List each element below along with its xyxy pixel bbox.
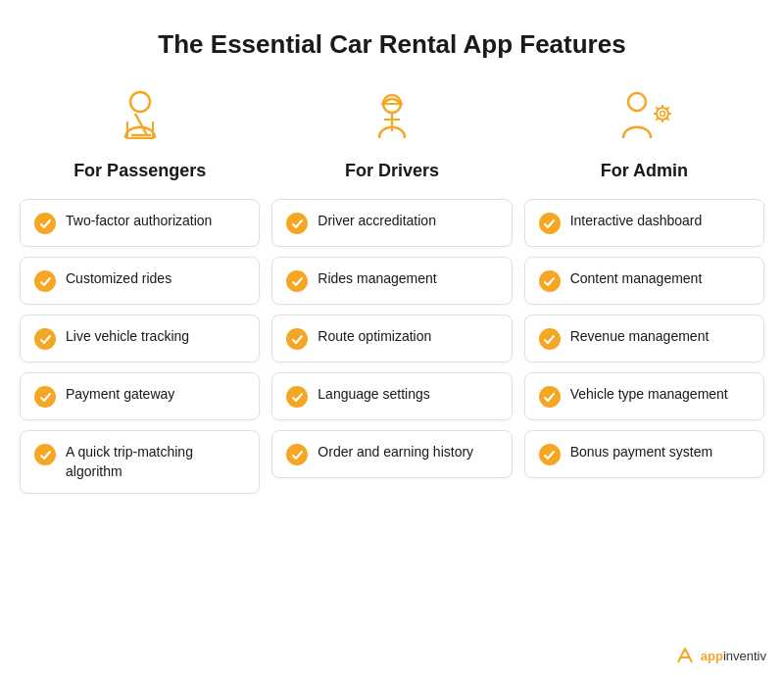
svg-point-9	[628, 93, 646, 111]
column-admin: For Admin Interactive dashboard Content …	[524, 84, 764, 504]
column-drivers: For Drivers Driver accreditation Rides m…	[271, 84, 512, 504]
feature-text: Two-factor authorization	[66, 212, 212, 231]
appinventiv-logo-icon	[674, 645, 696, 666]
feature-card: Driver accreditation	[271, 199, 512, 247]
check-icon	[539, 328, 561, 350]
feature-text: Bonus payment system	[570, 443, 713, 462]
column-title-admin: For Admin	[601, 161, 688, 181]
feature-card: Language settings	[271, 372, 512, 420]
feature-text: Revenue management	[570, 327, 710, 347]
feature-text: Route optimization	[318, 327, 431, 347]
svg-line-1	[135, 114, 147, 135]
admin-icon	[610, 84, 678, 153]
page: The Essential Car Rental App Features	[0, 0, 784, 678]
check-icon	[34, 213, 56, 234]
check-icon	[286, 386, 308, 408]
feature-text: Language settings	[318, 385, 429, 405]
feature-text: Driver accreditation	[318, 212, 436, 231]
check-icon	[286, 213, 308, 234]
feature-text: Live vehicle tracking	[66, 327, 189, 347]
feature-card: Payment gateway	[20, 372, 260, 420]
columns-container: For Passengers Two-factor authorization …	[20, 84, 764, 504]
feature-text: Vehicle type management	[570, 385, 728, 405]
feature-card: Bonus payment system	[524, 430, 764, 478]
feature-text: A quick trip-matching algorithm	[66, 443, 245, 481]
feature-text: Content management	[570, 269, 703, 289]
svg-point-7	[390, 116, 393, 119]
page-title: The Essential Car Rental App Features	[20, 29, 764, 60]
feature-card: Interactive dashboard	[524, 199, 764, 247]
feature-card: Rides management	[271, 257, 512, 305]
check-icon	[34, 328, 56, 350]
check-icon	[286, 328, 308, 350]
check-icon	[286, 444, 308, 465]
passenger-icon	[106, 84, 174, 153]
check-icon	[539, 444, 561, 465]
column-header-admin: For Admin	[524, 84, 764, 181]
check-icon	[34, 444, 56, 465]
column-passengers: For Passengers Two-factor authorization …	[20, 84, 260, 504]
svg-point-10	[657, 108, 668, 120]
feature-card: Order and earning history	[271, 430, 512, 478]
svg-point-11	[661, 112, 665, 117]
column-title-drivers: For Drivers	[345, 161, 439, 181]
column-title-passengers: For Passengers	[74, 161, 206, 181]
feature-text: Order and earning history	[318, 443, 473, 462]
feature-card: Two-factor authorization	[20, 199, 260, 247]
logo-area: appinventiv	[674, 645, 766, 666]
feature-card: Revenue management	[524, 315, 764, 363]
svg-line-19	[657, 119, 659, 121]
svg-line-18	[667, 107, 669, 109]
feature-card: Route optimization	[271, 315, 512, 363]
driver-icon	[358, 84, 426, 153]
check-icon	[539, 270, 561, 292]
check-icon	[34, 386, 56, 408]
svg-line-17	[667, 119, 669, 121]
svg-line-16	[657, 107, 659, 109]
logo-text: appinventiv	[701, 649, 766, 663]
feature-card: A quick trip-matching algorithm	[20, 430, 260, 494]
svg-point-8	[390, 122, 393, 125]
feature-text: Rides management	[318, 269, 436, 289]
check-icon	[286, 270, 308, 292]
feature-text: Interactive dashboard	[570, 212, 703, 231]
column-header-passengers: For Passengers	[20, 84, 260, 181]
feature-text: Payment gateway	[66, 385, 174, 405]
feature-text: Customized rides	[66, 269, 172, 289]
feature-card: Live vehicle tracking	[20, 315, 260, 363]
svg-point-0	[130, 92, 150, 112]
check-icon	[539, 386, 561, 408]
feature-card: Content management	[524, 257, 764, 305]
feature-card: Vehicle type management	[524, 372, 764, 420]
check-icon	[539, 213, 561, 234]
feature-card: Customized rides	[20, 257, 260, 305]
column-header-drivers: For Drivers	[271, 84, 512, 181]
check-icon	[34, 270, 56, 292]
